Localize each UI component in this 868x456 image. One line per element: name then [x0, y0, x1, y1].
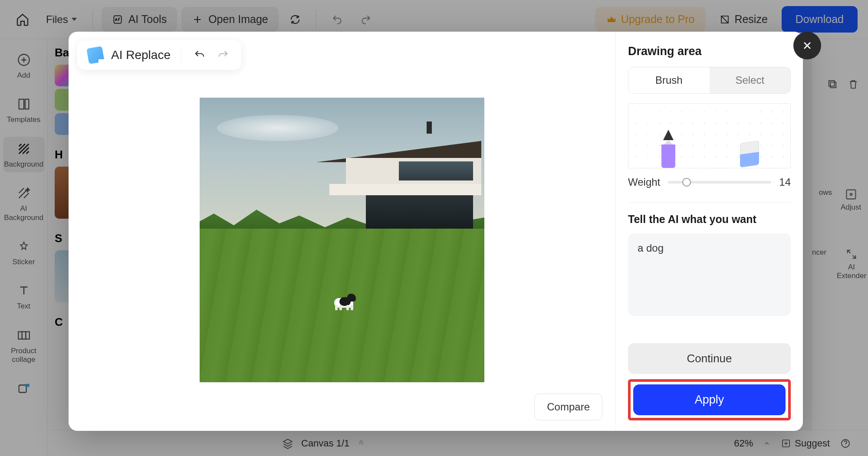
eraser-tool[interactable] — [739, 142, 760, 168]
divider — [628, 202, 791, 203]
modal-title: AI Replace — [111, 48, 171, 62]
slider-thumb[interactable] — [682, 178, 691, 187]
weight-slider[interactable] — [668, 181, 771, 184]
weight-label: Weight — [628, 176, 660, 188]
weight-value: 14 — [779, 176, 791, 188]
brush-tab[interactable]: Brush — [628, 67, 710, 93]
prompt-heading: Tell the AI what you want — [628, 213, 791, 226]
compare-label: Compare — [547, 401, 590, 413]
modal-toolbar: AI Replace — [77, 40, 241, 70]
select-tab[interactable]: Select — [710, 67, 791, 93]
apply-button[interactable]: Apply — [633, 384, 786, 415]
apply-highlight: Apply — [628, 379, 791, 420]
modal-undo-button[interactable] — [192, 47, 207, 63]
weight-control: Weight 14 — [628, 176, 791, 188]
close-icon — [801, 39, 813, 52]
apply-label: Apply — [695, 393, 724, 406]
prompt-input[interactable]: a dog — [628, 233, 791, 316]
dog — [331, 291, 358, 310]
continue-label: Continue — [687, 352, 732, 365]
modal-right-panel: Drawing area Brush Select Weight 14 Tell… — [615, 32, 803, 431]
prompt-value: a dog — [638, 242, 664, 254]
divider — [181, 48, 181, 62]
tool-segmented-control: Brush Select — [628, 67, 791, 94]
ai-replace-icon — [86, 46, 105, 64]
undo-icon — [194, 49, 206, 61]
canvas-preview[interactable] — [200, 98, 484, 382]
redo-icon — [217, 49, 229, 61]
modal-canvas-area: AI Replace — [69, 32, 615, 431]
tool-preview-grid — [628, 103, 791, 168]
continue-button[interactable]: Continue — [628, 343, 791, 374]
modal-redo-button[interactable] — [215, 47, 231, 63]
pencil-tool[interactable] — [659, 130, 678, 168]
modal-close-button[interactable] — [793, 32, 821, 59]
ai-replace-modal: AI Replace — [69, 32, 803, 431]
drawing-area-heading: Drawing area — [628, 45, 791, 58]
compare-button[interactable]: Compare — [534, 394, 602, 420]
